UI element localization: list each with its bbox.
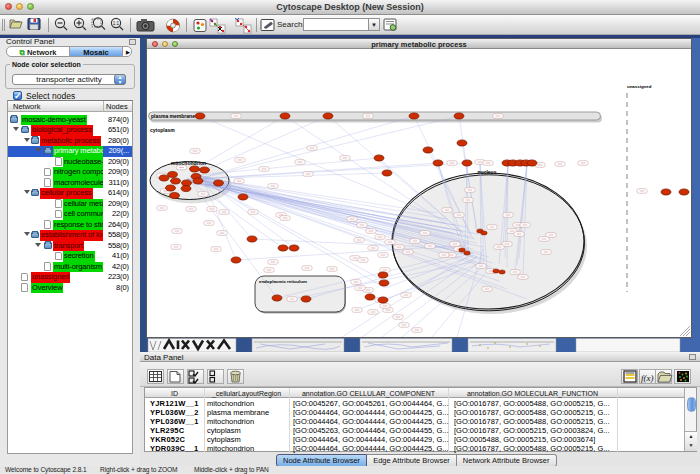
- svg-text:1:1: 1:1: [113, 21, 120, 26]
- svg-text:unassigned: unassigned: [627, 84, 652, 89]
- svg-text:mitochondrion: mitochondrion: [171, 159, 206, 165]
- svg-text:nucleus: nucleus: [478, 168, 497, 174]
- svg-text:f(x): f(x): [641, 373, 654, 383]
- svg-text:endoplasmic reticulum: endoplasmic reticulum: [259, 278, 307, 283]
- svg-text:plasma membrane: plasma membrane: [151, 113, 195, 119]
- svg-text:cytoplasm: cytoplasm: [150, 127, 175, 133]
